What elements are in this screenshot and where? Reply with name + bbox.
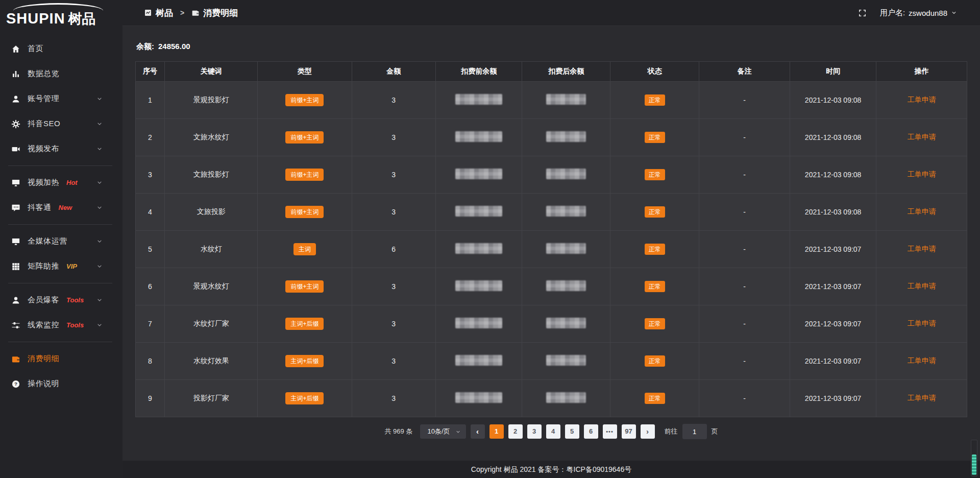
sidebar-item-operation-guide[interactable]: ?操作说明 [0, 371, 122, 396]
sidebar-item-video-heat[interactable]: 视频加热Hot [0, 170, 122, 195]
cell-index: 6 [136, 268, 165, 305]
breadcrumb-item[interactable]: 树品 [144, 7, 173, 19]
status-badge: 正常 [645, 94, 665, 106]
brand-logo[interactable]: SHUPIN 树品 [0, 0, 122, 29]
nav-badge: Hot [66, 179, 78, 186]
cell-action: 工单申请 [876, 156, 967, 194]
total-count: 共 969 条 [385, 427, 413, 436]
logo-latin: SHUPIN [6, 10, 65, 27]
sidebar-item-home[interactable]: 首页 [0, 36, 122, 61]
sidebar-item-label: 线索监控 [28, 320, 59, 330]
user-menu[interactable]: 用户名: zswodun88 [880, 8, 957, 18]
fullscreen-icon[interactable] [858, 9, 867, 17]
monitor-icon [11, 178, 20, 187]
cell-time: 2021-12-03 09:08 [790, 82, 876, 119]
page-button-97[interactable]: 97 [622, 424, 636, 439]
sidebar-item-matrix-boost[interactable]: 矩阵助推VIP [0, 254, 122, 279]
censored-balance-after [546, 280, 586, 291]
chevron-down-icon [95, 121, 104, 127]
censored-balance-after [546, 169, 586, 179]
cell-balance-after [522, 343, 610, 380]
cell-type: 主词+后缀 [258, 305, 352, 343]
app-icon [144, 9, 152, 17]
type-badge: 主词+后缀 [285, 392, 324, 404]
cell-index: 3 [136, 156, 165, 194]
cell-balance-before [436, 194, 522, 231]
page-button-6[interactable]: 6 [584, 424, 598, 439]
sidebar-divider [8, 224, 112, 225]
sidebar-item-consumption-detail[interactable]: 消费明细 [0, 346, 122, 371]
work-order-link[interactable]: 工单申请 [908, 245, 936, 253]
table-header-row: 序号关键词类型金额扣费前余额扣费后余额状态备注时间操作 [136, 62, 967, 82]
cell-time: 2021-12-03 09:08 [790, 194, 876, 231]
sidebar-item-data-overview[interactable]: 数据总览 [0, 61, 122, 86]
cell-action: 工单申请 [876, 268, 967, 305]
column-header: 操作 [876, 62, 967, 82]
table-row: 1 景观投影灯 前缀+主词 3 正常 - 2021-12-03 09:08 工单… [136, 82, 967, 119]
sidebar-item-douyin-seo[interactable]: 抖音SEO [0, 111, 122, 136]
cell-time: 2021-12-03 09:07 [790, 305, 876, 343]
work-order-link[interactable]: 工单申请 [908, 282, 936, 290]
svg-text:?: ? [14, 381, 17, 387]
cell-balance-before [436, 305, 522, 343]
balance-value: 24856.00 [158, 42, 190, 51]
work-order-link[interactable]: 工单申请 [908, 394, 936, 402]
page-button-3[interactable]: 3 [527, 424, 542, 439]
more-pages-button[interactable]: ••• [603, 424, 617, 439]
cell-amount: 3 [352, 380, 436, 417]
cell-status: 正常 [610, 343, 699, 380]
goto-page-input[interactable] [682, 424, 707, 439]
sidebar-item-label: 消费明细 [28, 354, 59, 364]
cell-index: 4 [136, 194, 165, 231]
sidebar-item-media-operation[interactable]: 全媒体运营 [0, 229, 122, 254]
sidebar-nav: 首页数据总览账号管理抖音SEO视频发布视频加热Hot抖客通New全媒体运营矩阵助… [0, 36, 122, 396]
sidebar-item-lead-monitor[interactable]: 线索监控Tools [0, 313, 122, 338]
cell-keyword: 文旅水纹灯 [165, 119, 258, 156]
sidebar-item-label: 会员爆客 [28, 295, 59, 305]
page-size-select[interactable]: 10条/页 [420, 424, 465, 439]
cell-balance-after [522, 82, 610, 119]
nav-badge: New [59, 204, 72, 211]
work-order-link[interactable]: 工单申请 [908, 133, 936, 141]
cell-type: 前缀+主词 [258, 268, 352, 305]
cell-keyword: 水纹灯 [165, 231, 258, 268]
logo-cjk: 树品 [68, 10, 96, 28]
display-icon [11, 237, 20, 246]
cell-status: 正常 [610, 156, 699, 194]
chevron-down-icon [95, 322, 104, 328]
work-order-link[interactable]: 工单申请 [908, 207, 936, 216]
cell-index: 5 [136, 231, 165, 268]
work-order-link[interactable]: 工单申请 [908, 319, 936, 327]
breadcrumb-item[interactable]: 消费明细 [191, 7, 238, 19]
sidebar-item-member-promo[interactable]: 会员爆客Tools [0, 288, 122, 313]
cell-remark: - [699, 305, 790, 343]
page-button-1[interactable]: 1 [489, 424, 504, 439]
page-button-4[interactable]: 4 [546, 424, 560, 439]
wallet-icon [191, 9, 200, 17]
sliders-icon [11, 321, 20, 330]
home-icon [11, 44, 20, 54]
page-button-5[interactable]: 5 [565, 424, 579, 439]
cell-time: 2021-12-03 09:08 [790, 119, 876, 156]
breadcrumb-separator: > [180, 9, 184, 17]
cell-time: 2021-12-03 09:08 [790, 156, 876, 194]
sidebar-item-account-management[interactable]: 账号管理 [0, 86, 122, 111]
work-order-link[interactable]: 工单申请 [908, 356, 936, 365]
work-order-link[interactable]: 工单申请 [908, 170, 936, 178]
sidebar-divider [8, 165, 112, 166]
sidebar-item-video-publish[interactable]: 视频发布 [0, 136, 122, 161]
cell-balance-before [436, 156, 522, 194]
copyright-text: Copyright 树品 2021 备案号：粤ICP备09019646号 [471, 465, 631, 473]
cell-remark: - [699, 380, 790, 417]
page-button-2[interactable]: 2 [508, 424, 523, 439]
username: zswodun88 [909, 9, 947, 17]
page-scrollbar[interactable] [971, 440, 977, 476]
table-row: 7 水纹灯厂家 主词+后缀 3 正常 - 2021-12-03 09:07 工单… [136, 305, 967, 343]
sidebar-item-label: 全媒体运营 [28, 236, 67, 246]
cell-status: 正常 [610, 268, 699, 305]
prev-page-button[interactable]: ‹ [471, 424, 485, 439]
work-order-link[interactable]: 工单申请 [908, 95, 936, 104]
scrollbar-thumb[interactable] [972, 455, 976, 475]
next-page-button[interactable]: › [641, 424, 655, 439]
sidebar-item-douketong[interactable]: 抖客通New [0, 195, 122, 220]
